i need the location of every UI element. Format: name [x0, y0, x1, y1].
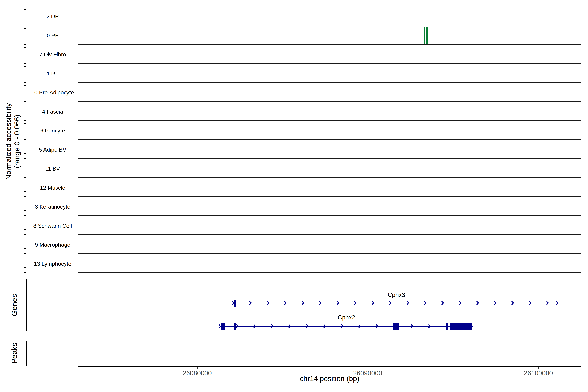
gene-body-line [235, 303, 558, 304]
gene-exon-box [234, 322, 236, 330]
gene-direction-arrow-icon [358, 324, 361, 328]
gene-direction-arrow-icon [494, 301, 496, 305]
accessibility-tick-mark [24, 34, 26, 34]
accessibility-tick-mark [24, 158, 26, 159]
accessibility-tick-mark [24, 191, 26, 192]
track-label: 0 PF [47, 32, 58, 38]
x-axis-tick-label: 26080000 [182, 370, 212, 377]
gene-direction-arrow-icon [546, 301, 549, 305]
track-label: 10 Pre-Adipocyte [31, 89, 74, 96]
accessibility-tick-mark [24, 148, 26, 148]
track-label: 3 Keratinocyte [35, 204, 70, 210]
track-label: 12 Muscle [40, 184, 65, 191]
accessibility-tick-mark [24, 200, 26, 200]
gene-direction-arrow-icon [266, 301, 269, 305]
track-label: 8 Schwann Cell [33, 222, 72, 229]
accessibility-tick-mark [24, 219, 26, 219]
accessibility-tick-mark [24, 267, 26, 268]
gene-direction-arrow-icon [428, 324, 431, 328]
accessibility-tick-mark [24, 52, 26, 53]
gene-direction-arrow-icon [459, 301, 462, 305]
accessibility-tick-mark [24, 47, 26, 48]
gene-start-bar [234, 300, 236, 307]
gene-direction-arrow-icon [302, 301, 304, 305]
accessibility-tick-mark [24, 86, 26, 86]
accessibility-tick-mark [24, 134, 26, 134]
accessibility-tick-mark [24, 153, 26, 154]
x-axis-tick-mark [538, 367, 539, 369]
accessibility-tick-mark [24, 44, 26, 44]
accessibility-tick-mark [24, 28, 26, 29]
track-baseline [78, 272, 581, 273]
track-baseline [78, 139, 581, 140]
gene-direction-arrow-icon [249, 301, 252, 305]
accessibility-tick-mark [24, 248, 26, 248]
gene-direction-arrow-icon [376, 324, 378, 328]
peaks-section-label: Peaks [10, 343, 19, 364]
track-baseline [78, 215, 581, 216]
track-label: 9 Macrophage [35, 242, 70, 248]
gene-direction-arrow-icon [476, 301, 479, 305]
accessibility-tick-mark [24, 272, 26, 273]
gene-direction-arrow-icon [288, 324, 291, 328]
track-baseline [78, 177, 581, 178]
accessibility-tick-mark [24, 72, 26, 72]
accessibility-tick-mark [24, 91, 26, 91]
accessibility-peak-bar [426, 28, 428, 44]
accessibility-tick-mark [24, 120, 26, 121]
y-axis-title-line1: Normalized accessibility [4, 103, 13, 180]
accessibility-tick-mark [24, 186, 26, 186]
accessibility-tick-mark [24, 124, 26, 124]
accessibility-tick-mark [24, 229, 26, 230]
gene-name-label: Cphx3 [388, 292, 405, 298]
accessibility-tick-mark [24, 142, 26, 143]
track-baseline [78, 101, 581, 102]
accessibility-tick-mark [24, 58, 26, 58]
track-label: 13 Lymphocyte [34, 260, 71, 267]
gene-name-label: Cphx2 [338, 314, 355, 321]
track-baseline [78, 82, 581, 83]
track-baseline [78, 25, 581, 26]
track-label: 5 Adipo BV [39, 146, 66, 153]
gene-direction-arrow-icon [284, 301, 287, 305]
track-baseline [78, 253, 581, 254]
accessibility-tick-mark [24, 20, 26, 20]
accessibility-tick-mark [24, 77, 26, 78]
accessibility-tick-mark [24, 177, 26, 178]
accessibility-tick-mark [24, 196, 26, 197]
track-label: 7 Div Fibro [39, 51, 66, 58]
track-baseline [78, 158, 581, 159]
coverage-plot-figure: Normalized accessibility (range 0 - 0.06… [0, 0, 588, 392]
x-axis-tick-mark [197, 367, 198, 369]
track-baseline [78, 196, 581, 197]
accessibility-tick-mark [24, 139, 26, 140]
gene-direction-arrow-icon [323, 324, 326, 328]
gene-body-line [220, 326, 472, 327]
track-label: 4 Fascia [42, 108, 63, 115]
gene-direction-arrow-icon [336, 301, 339, 305]
gene-direction-arrow-icon [236, 324, 238, 328]
accessibility-tick-mark [24, 210, 26, 210]
track-baseline [78, 234, 581, 235]
x-axis-line [78, 366, 581, 367]
accessibility-tick-mark [24, 110, 26, 110]
track-label: 6 Pericyte [40, 128, 65, 134]
x-axis-title: chr14 position (bp) [300, 374, 359, 383]
gene-exon-box [446, 322, 448, 330]
accessibility-peak-bar [424, 27, 425, 44]
track-label: 11 BV [45, 166, 60, 172]
accessibility-tick-mark [24, 39, 26, 39]
accessibility-tick-mark [24, 238, 26, 238]
gene-direction-arrow-icon [511, 301, 514, 305]
accessibility-tick-mark [24, 234, 26, 235]
accessibility-tick-mark [24, 257, 26, 257]
peaks-bracket-line [26, 340, 26, 366]
x-axis-tick-mark [368, 367, 368, 369]
gene-exon-box [393, 322, 399, 330]
x-axis-tick-label: 26100000 [524, 370, 553, 377]
accessibility-tick-mark [24, 215, 26, 216]
gene-direction-arrow-icon [232, 301, 234, 305]
accessibility-tick-mark [24, 9, 26, 10]
accessibility-tick-mark [24, 224, 26, 224]
accessibility-tick-mark [24, 101, 26, 102]
